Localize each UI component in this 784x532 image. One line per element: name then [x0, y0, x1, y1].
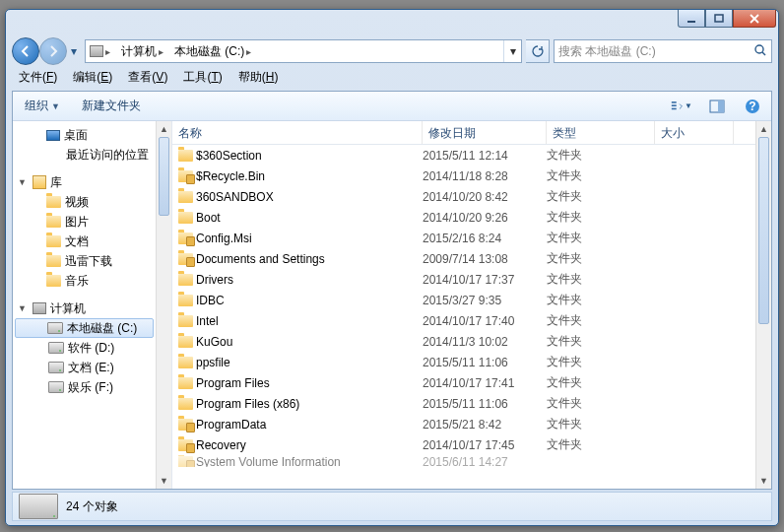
back-button[interactable] — [12, 37, 39, 65]
nav-item[interactable]: 最近访问的位置 — [13, 145, 171, 165]
forward-button[interactable] — [39, 37, 67, 65]
nav-item[interactable]: 本地磁盘 (C:) — [15, 318, 154, 338]
nav-scrollbar[interactable]: ▲ ▼ — [156, 121, 171, 489]
preview-pane-button[interactable] — [706, 96, 728, 117]
file-row[interactable]: Boot2014/10/20 9:26文件夹 — [172, 207, 755, 228]
drive-icon — [48, 381, 64, 393]
file-row[interactable]: 360SANDBOX2014/10/20 8:42文件夹 — [172, 186, 755, 207]
nav-item[interactable]: 娱乐 (F:) — [13, 377, 171, 397]
file-name: ProgramData — [196, 418, 266, 432]
file-row[interactable]: $Recycle.Bin2014/11/18 8:28文件夹 — [172, 166, 755, 186]
lib-icon — [33, 175, 46, 189]
file-date: 2015/5/11 11:06 — [423, 397, 547, 411]
column-name[interactable]: 名称 — [172, 121, 423, 144]
file-name: Program Files (x86) — [196, 397, 299, 411]
address-dropdown[interactable]: ▾ — [503, 40, 521, 62]
nav-item[interactable]: 桌面 — [13, 125, 171, 145]
nav-item-label: 音乐 — [65, 273, 89, 290]
nav-item[interactable]: 软件 (D:) — [13, 338, 171, 358]
file-row[interactable]: ppsfile2015/5/11 11:06文件夹 — [172, 352, 755, 372]
scroll-up-arrow[interactable]: ▲ — [756, 121, 771, 137]
file-row[interactable]: $360Section2015/5/11 12:14文件夹 — [172, 145, 755, 166]
folder-icon — [178, 191, 193, 203]
nav-item-label: 软件 (D:) — [68, 340, 114, 357]
desktop-icon — [46, 130, 60, 141]
file-name: Documents and Settings — [196, 252, 325, 266]
folder-icon — [178, 274, 193, 286]
menu-f[interactable]: 文件(F) — [12, 67, 64, 88]
file-row[interactable]: System Volume Information2015/6/11 14:27 — [172, 455, 755, 467]
file-date: 2014/10/17 17:41 — [423, 376, 547, 390]
maximize-button[interactable] — [705, 10, 733, 28]
minimize-button[interactable] — [678, 10, 705, 28]
file-row[interactable]: Intel2014/10/17 17:40文件夹 — [172, 310, 755, 331]
file-row[interactable]: Config.Msi2015/2/16 8:24文件夹 — [172, 228, 755, 248]
file-type: 文件夹 — [547, 292, 655, 308]
nav-item-label: 图片 — [65, 214, 89, 231]
menu-t[interactable]: 工具(T) — [176, 67, 229, 88]
folder-icon — [178, 419, 193, 431]
folder-icon — [178, 357, 193, 368]
new-folder-button[interactable]: 新建文件夹 — [78, 96, 145, 116]
address-segment-drive[interactable]: 本地磁盘 (C:)▸ — [170, 40, 258, 62]
nav-group-header[interactable]: ▼库 — [13, 172, 171, 192]
file-row[interactable]: Program Files (x86)2015/5/11 11:06文件夹 — [172, 393, 755, 414]
close-button[interactable] — [733, 10, 776, 28]
nav-item[interactable]: 文档 (E:) — [13, 358, 171, 377]
file-type: 文件夹 — [547, 167, 655, 184]
column-size[interactable]: 大小 — [655, 121, 734, 144]
file-row[interactable]: Drivers2014/10/17 17:37文件夹 — [172, 269, 755, 290]
file-date: 2014/10/17 17:40 — [423, 314, 547, 328]
scroll-down-arrow[interactable]: ▼ — [157, 473, 171, 489]
file-name: Program Files — [196, 376, 270, 390]
svg-rect-7 — [718, 100, 724, 112]
scroll-thumb[interactable] — [758, 137, 769, 324]
view-options-button[interactable]: ▼ — [671, 96, 692, 117]
scroll-thumb[interactable] — [159, 137, 169, 216]
nav-item[interactable]: 迅雷下载 — [13, 251, 171, 271]
file-row[interactable]: ProgramData2015/5/21 8:42文件夹 — [172, 414, 755, 434]
list-scrollbar[interactable]: ▲ ▼ — [755, 121, 771, 489]
file-name: Config.Msi — [196, 232, 252, 245]
search-input[interactable]: 搜索 本地磁盘 (C:) — [554, 39, 772, 63]
address-root-icon[interactable]: ▸ — [86, 40, 117, 62]
file-name: Drivers — [196, 273, 233, 287]
column-type[interactable]: 类型 — [547, 121, 655, 144]
address-bar[interactable]: ▸ 计算机▸ 本地磁盘 (C:)▸ ▾ — [85, 39, 522, 63]
file-name: IDBC — [196, 294, 225, 307]
folder-icon — [178, 336, 193, 348]
nav-item[interactable]: 文档 — [13, 232, 171, 251]
column-headers: 名称 修改日期 类型 大小 — [172, 121, 771, 145]
file-row[interactable]: Program Files2014/10/17 17:41文件夹 — [172, 372, 755, 393]
scroll-up-arrow[interactable]: ▲ — [157, 121, 171, 137]
nav-item[interactable]: 图片 — [13, 212, 171, 232]
content-frame: 组织▼ 新建文件夹 ▼ ? 桌面最近访问的位置▼库视频图片文档迅雷下载音乐▼计算… — [12, 91, 772, 490]
file-row[interactable]: KuGou2014/11/3 10:02文件夹 — [172, 331, 755, 352]
menu-v[interactable]: 查看(V) — [121, 67, 174, 88]
file-name: ppsfile — [196, 356, 230, 369]
file-row[interactable]: IDBC2015/3/27 9:35文件夹 — [172, 290, 755, 310]
help-button[interactable]: ? — [742, 96, 763, 117]
file-type: 文件夹 — [547, 271, 655, 288]
column-date[interactable]: 修改日期 — [423, 121, 547, 144]
refresh-button[interactable] — [526, 39, 550, 63]
drive-icon — [19, 494, 58, 519]
file-list-pane: 名称 修改日期 类型 大小 $360Section2015/5/11 12:14… — [172, 121, 771, 489]
body-split: 桌面最近访问的位置▼库视频图片文档迅雷下载音乐▼计算机本地磁盘 (C:)软件 (… — [13, 121, 771, 489]
file-row[interactable]: Recovery2014/10/17 17:45文件夹 — [172, 434, 755, 455]
history-dropdown[interactable]: ▾ — [67, 44, 81, 58]
file-row[interactable]: Documents and Settings2009/7/14 13:08文件夹 — [172, 248, 755, 269]
organize-button[interactable]: 组织▼ — [21, 96, 64, 116]
folder-icon — [46, 255, 61, 267]
menu-h[interactable]: 帮助(H) — [231, 67, 286, 88]
caption-buttons — [678, 10, 776, 28]
file-date: 2015/2/16 8:24 — [423, 232, 547, 245]
address-segment-computer[interactable]: 计算机▸ — [117, 40, 170, 62]
menu-e[interactable]: 编辑(E) — [66, 67, 119, 88]
nav-item-label: 视频 — [65, 194, 89, 211]
nav-item[interactable]: 音乐 — [13, 271, 171, 291]
nav-group-header[interactable]: ▼计算机 — [13, 299, 171, 318]
navigation-bar: ▾ ▸ 计算机▸ 本地磁盘 (C:)▸ ▾ 搜索 本地磁盘 (C:) — [12, 35, 772, 67]
nav-item[interactable]: 视频 — [13, 192, 171, 212]
scroll-down-arrow[interactable]: ▼ — [756, 473, 771, 489]
